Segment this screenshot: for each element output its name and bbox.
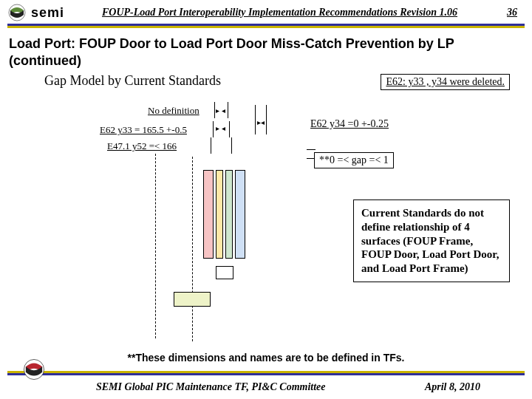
semi-logo-icon [7,3,27,22]
brand-text: semi [31,5,64,21]
e62-y33-label: E62 y33 = 165.5 +-0.5 [100,124,187,136]
header: semi FOUP-Load Port Interoperability Imp… [0,0,532,22]
gap-note: **0 =< gap =< 1 [314,152,394,168]
gap-model-diagram: No definition E62 y33 = 165.5 +-0.5 E47.… [44,111,325,340]
footer-right: April 8, 2010 [425,381,480,393]
footer: SEMI Global PIC Maintenance TF, PI&C Com… [0,381,532,393]
deletion-note: E62: y33 , y34 were deleted. [381,74,510,90]
footnote: **These dimensions and names are to be d… [0,352,532,364]
document-title: FOUP-Load Port Interoperability Implemen… [64,7,495,18]
page-number: 36 [495,7,517,18]
brand-logo: semi [7,3,64,22]
e62-y34-label: E62 y34 =0 +-0.25 [310,118,389,130]
no-definition-label: No definition [148,105,200,117]
footer-divider [7,371,525,375]
small-logo-icon [22,358,46,384]
page-title: Load Port: FOUP Door to Load Port Door M… [0,28,532,70]
standards-callout: Current Standards do not define relation… [353,200,510,282]
footer-left: SEMI Global PIC Maintenance TF, PI&C Com… [96,381,326,393]
e47-label: E47.1 y52 =< 166 [107,140,177,152]
